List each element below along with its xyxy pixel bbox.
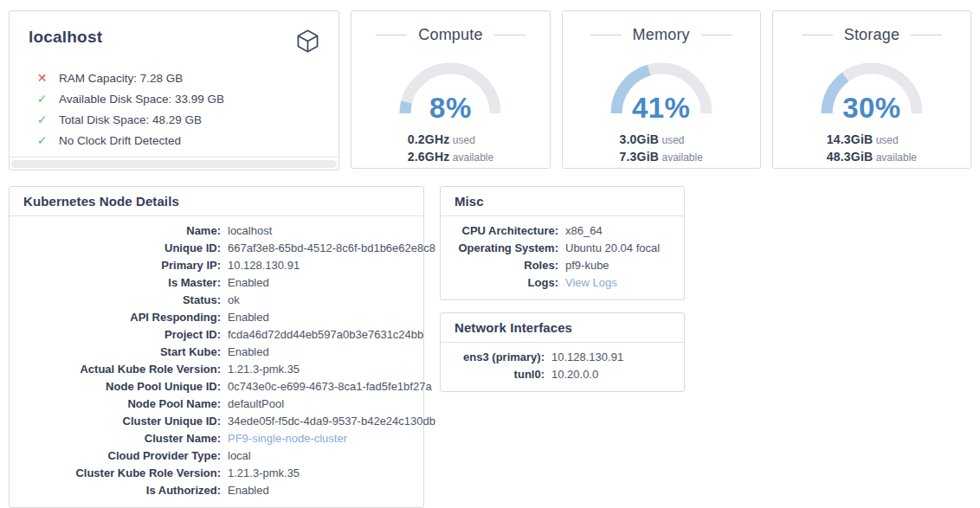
used-value: 0.2GHz [408, 132, 450, 146]
top-row: localhost ✕ RAM Capacity: 7.28 GB ✓ Avai [9, 10, 971, 170]
card-title: Kubernetes Node Details [10, 187, 423, 216]
details-grid: Name: localhost Unique ID: 667af3e8-65bd… [10, 216, 423, 507]
interface-label: tunl0: [453, 366, 545, 383]
available-value: 48.3GiB [827, 150, 874, 164]
title-rule [494, 35, 525, 35]
detail-label: CPU Architecture: [453, 222, 558, 240]
detail-value: Enabled [228, 309, 453, 326]
health-check-item: ✓ No Clock Drift Detected [35, 130, 321, 151]
gauge-title: Compute [351, 26, 549, 44]
title-rule [701, 35, 732, 35]
gauge-stats: 3.0GiB used 7.3GiB available [620, 132, 703, 166]
used-value: 3.0GiB [620, 132, 660, 146]
title-rule [376, 35, 407, 35]
detail-label: Primary IP: [22, 257, 221, 274]
gauge-percent: 41% [605, 92, 718, 125]
detail-label: API Responding: [22, 309, 221, 326]
health-check-item: ✕ RAM Capacity: 7.28 GB [35, 68, 321, 88]
detail-value: 1.21.3-pmk.35 [228, 465, 453, 482]
health-check-item: ✓ Available Disk Space: 33.99 GB [35, 88, 321, 109]
detail-value: View Logs [565, 274, 672, 292]
compute-usage-card: Compute 8% 0.2GHz used 2.6GHz available [351, 10, 550, 169]
available-label: available [876, 151, 917, 164]
gauge-percent: 8% [394, 92, 506, 125]
detail-label: Node Pool Unique ID: [22, 378, 221, 395]
view-logs-link[interactable]: View Logs [565, 276, 617, 289]
fail-x-icon: ✕ [35, 72, 48, 84]
detail-value: x86_64 [565, 222, 672, 240]
detail-label: Name: [22, 222, 221, 240]
detail-value: defaultPool [228, 395, 453, 413]
detail-value: Enabled [228, 482, 453, 499]
detail-label: Node Pool Name: [22, 395, 221, 413]
misc-grid: CPU Architecture: x86_64 Operating Syste… [441, 216, 684, 299]
scrollbar-thumb[interactable] [11, 160, 337, 168]
gauge-title-text: Memory [633, 26, 690, 44]
network-interfaces-card: Network Interfaces ens3 (primary): 10.12… [440, 312, 685, 392]
gauge-stats: 14.3GiB used 48.3GiB available [827, 132, 917, 166]
pass-check-icon: ✓ [35, 93, 48, 105]
compute-gauge: 8% [394, 55, 506, 119]
interface-ip: 10.20.0.0 [551, 366, 672, 383]
detail-label: Status: [22, 292, 221, 309]
gauge-stats: 0.2GHz used 2.6GHz available [408, 132, 493, 166]
detail-label: Cluster Name: [22, 430, 221, 447]
memory-usage-card: Memory 41% 3.0GiB used 7.3GiB available [562, 10, 761, 169]
used-label: used [876, 134, 899, 146]
detail-label: Is Master: [22, 274, 221, 292]
detail-value: PF9-single-node-cluster [228, 430, 453, 447]
horizontal-scrollbar[interactable] [10, 157, 338, 170]
card-title: Misc [441, 187, 684, 216]
used-value: 14.3GiB [827, 132, 874, 146]
used-label: used [453, 134, 475, 146]
detail-value: 1.21.3-pmk.35 [228, 361, 453, 378]
health-check-list: ✕ RAM Capacity: 7.28 GB ✓ Available Disk… [10, 68, 338, 151]
host-header: localhost [10, 11, 338, 55]
detail-label: Logs: [453, 274, 558, 292]
gauge-percent: 30% [816, 92, 928, 125]
detail-value: local [228, 447, 453, 465]
detail-label: Cluster Unique ID: [22, 413, 221, 430]
node-details-page: localhost ✕ RAM Capacity: 7.28 GB ✓ Avai [0, 0, 980, 508]
detail-value: pf9-kube [565, 257, 672, 274]
pass-check-icon: ✓ [35, 113, 48, 125]
memory-gauge: 41% [605, 55, 718, 119]
health-check-label: Total Disk Space: 48.29 GB [59, 113, 202, 126]
detail-value: localhost [228, 222, 453, 240]
health-check-label: RAM Capacity: 7.28 GB [59, 72, 183, 85]
available-value: 7.3GiB [620, 150, 660, 164]
storage-usage-card: Storage 30% 14.3GiB used 48.3GiB availab… [772, 10, 971, 169]
detail-label: Project ID: [22, 326, 221, 344]
health-check-label: Available Disk Space: 33.99 GB [59, 93, 224, 106]
node-cube-icon [294, 28, 321, 55]
cluster-name-link[interactable]: PF9-single-node-cluster [228, 432, 347, 445]
pass-check-icon: ✓ [35, 134, 48, 146]
title-rule [802, 35, 833, 35]
network-grid: ens3 (primary): 10.128.130.91 tunl0: 10.… [441, 343, 684, 391]
unique-id-value: 667af3e8-65bd-4512-8c6f-bd1b6e62e8c8 [228, 241, 435, 254]
detail-label: Start Kube: [22, 344, 221, 361]
detail-label: Cloud Provider Type: [22, 447, 221, 465]
right-column: Misc CPU Architecture: x86_64 Operating … [440, 186, 685, 392]
card-title: Network Interfaces [441, 313, 684, 343]
title-rule [590, 35, 622, 35]
kubernetes-node-details-card: Kubernetes Node Details Name: localhost … [9, 186, 424, 508]
bottom-row: Kubernetes Node Details Name: localhost … [9, 186, 971, 508]
title-rule [911, 35, 942, 35]
detail-value: Enabled [228, 274, 453, 292]
gauge-title-text: Storage [844, 26, 899, 44]
available-value: 2.6GHz [408, 150, 450, 164]
available-label: available [661, 151, 702, 164]
used-label: used [661, 134, 684, 146]
storage-gauge: 30% [816, 55, 928, 119]
host-title: localhost [29, 28, 102, 47]
available-label: available [453, 151, 493, 164]
host-summary-card: localhost ✕ RAM Capacity: 7.28 GB ✓ Avai [9, 10, 339, 170]
detail-value: 10.128.130.91 [228, 257, 453, 274]
detail-label: Roles: [453, 257, 558, 274]
detail-label: Actual Kube Role Version: [22, 361, 221, 378]
gauge-title-text: Compute [418, 26, 482, 44]
detail-label: Unique ID: [22, 240, 221, 257]
health-check-item: ✓ Total Disk Space: 48.29 GB [35, 109, 321, 130]
detail-label: Is Authorized: [22, 482, 221, 499]
